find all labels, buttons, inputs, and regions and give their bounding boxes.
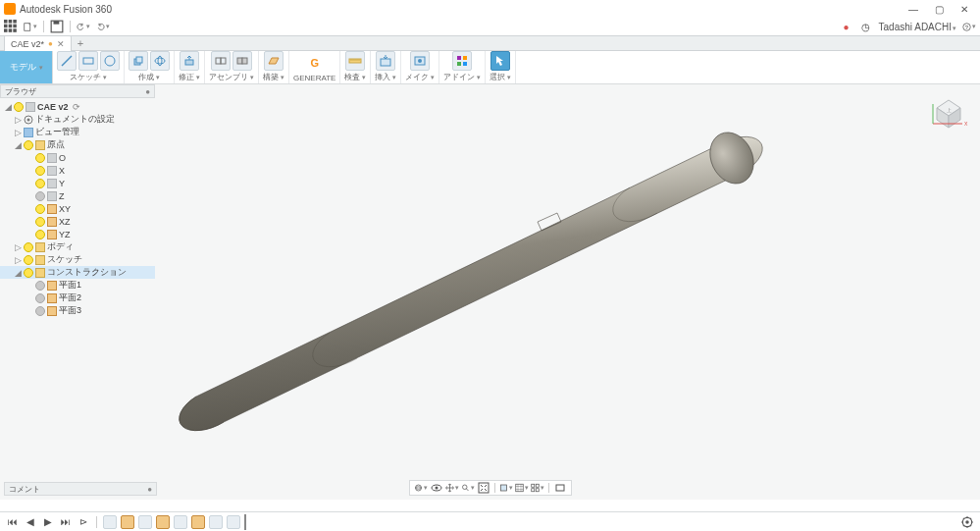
extrude-icon[interactable] (129, 51, 148, 71)
user-name[interactable]: Tadashi ADACHI (879, 22, 956, 32)
tree-origin-x[interactable]: X (0, 164, 155, 177)
panel-label[interactable]: 構築 (263, 72, 284, 82)
file-tab-close[interactable]: ✕ (57, 39, 65, 49)
zoom-button[interactable] (461, 481, 475, 495)
tree-root[interactable]: ◢CAE v2⟳ (0, 100, 155, 113)
joint-icon[interactable] (211, 51, 231, 71)
file-tab-active[interactable]: CAE v2* ● ✕ (4, 35, 72, 51)
display-button[interactable] (499, 481, 513, 495)
look-button[interactable] (430, 481, 443, 495)
panel-create: 作成 (125, 51, 175, 83)
tree-plane2[interactable]: 平面2 (0, 292, 155, 304)
panel-select: 選択 (486, 51, 516, 83)
panel-label[interactable]: アセンブリ (209, 72, 254, 82)
svg-rect-30 (463, 56, 467, 60)
plane-icon[interactable] (264, 51, 284, 71)
asbuilt-icon[interactable] (232, 51, 252, 71)
panel-insert: 挿入 (371, 51, 401, 83)
tree-plane3[interactable]: 平面3 (0, 304, 155, 317)
redo-button[interactable] (96, 20, 110, 33)
svg-rect-14 (83, 58, 93, 64)
panel-label[interactable]: 検査 (344, 72, 366, 82)
svg-point-15 (105, 56, 115, 66)
svg-text:上: 上 (947, 107, 952, 113)
tl-start-button[interactable]: ⏮ (6, 515, 20, 529)
make-icon[interactable] (410, 51, 430, 71)
help-button[interactable]: ? (962, 20, 976, 33)
insert-icon[interactable] (376, 51, 395, 71)
maximize-button[interactable]: ▢ (933, 3, 945, 15)
tree-origin-y[interactable]: Y (0, 177, 155, 189)
close-button[interactable]: ✕ (958, 3, 970, 15)
panel-label[interactable]: 修正 (179, 72, 200, 82)
tl-feature[interactable] (156, 515, 170, 529)
record-icon[interactable]: ● (840, 20, 853, 33)
undo-button[interactable] (77, 20, 90, 33)
panel-label[interactable]: メイク (405, 72, 435, 82)
panel-make: メイク (401, 51, 439, 83)
app-menu-button[interactable] (4, 20, 18, 33)
panel-label[interactable]: 作成 (138, 72, 160, 82)
panel-label[interactable]: 挿入 (375, 72, 396, 82)
revolve-icon[interactable] (150, 51, 170, 71)
tree-construction[interactable]: ◢コンストラクション (0, 266, 155, 279)
tl-end-button[interactable]: ⏭ (59, 515, 73, 529)
tl-playhead[interactable] (244, 514, 246, 530)
save-button[interactable] (50, 20, 64, 33)
tl-feature[interactable] (121, 515, 134, 529)
panel-label[interactable]: スケッチ (70, 72, 107, 82)
workspace-switcher[interactable]: モデル (0, 51, 53, 83)
tl-feature[interactable] (191, 515, 205, 529)
job-status-icon[interactable]: ◷ (859, 20, 873, 33)
tl-settings-button[interactable] (960, 515, 974, 529)
select-icon[interactable] (490, 51, 510, 71)
sketch-line-icon[interactable] (57, 51, 77, 71)
tree-origin-o[interactable]: O (0, 151, 155, 164)
app-icon (4, 3, 16, 15)
presspull-icon[interactable] (180, 51, 199, 71)
tl-fwd-button[interactable]: ▶ (41, 515, 55, 529)
browser-header[interactable]: ブラウザ ● (0, 84, 155, 98)
tree-origin-xy[interactable]: XY (0, 202, 155, 215)
tree-bodies[interactable]: ▷ボディ (0, 240, 155, 253)
comment-bar[interactable]: コメント ● (4, 482, 157, 496)
fit-button[interactable] (477, 481, 490, 495)
panel-label[interactable]: GENERATE (293, 74, 335, 82)
tl-feature[interactable] (227, 515, 240, 529)
tl-play-button[interactable]: ⊳ (77, 515, 90, 529)
viewport-button[interactable] (531, 481, 544, 495)
tree-origin[interactable]: ◢原点 (0, 138, 155, 151)
tree-doc-settings[interactable]: ▷ドキュメントの設定 (0, 113, 155, 126)
tl-back-button[interactable]: ◀ (24, 515, 37, 529)
sketch-circle-icon[interactable] (100, 51, 120, 71)
svg-text:X: X (964, 121, 968, 127)
tree-origin-yz[interactable]: YZ (0, 228, 155, 240)
tree-views[interactable]: ▷ビュー管理 (0, 126, 155, 138)
panel-label[interactable]: アドイン (443, 72, 481, 82)
new-tab-button[interactable]: + (74, 36, 87, 50)
grid-button[interactable] (515, 481, 529, 495)
generate-icon[interactable]: G (305, 53, 325, 73)
fullscreen-button[interactable] (553, 481, 567, 495)
tree-plane1[interactable]: 平面1 (0, 279, 155, 292)
pin-icon[interactable]: ● (147, 485, 152, 494)
panel-label[interactable]: 選択 (490, 72, 511, 82)
sketch-rect-icon[interactable] (78, 51, 98, 71)
minimize-button[interactable]: — (907, 3, 919, 15)
tl-feature[interactable] (209, 515, 223, 529)
tree-origin-z[interactable]: Z (0, 189, 155, 202)
view-cube[interactable]: 上 X (927, 90, 970, 133)
tree-origin-xz[interactable]: XZ (0, 215, 155, 228)
tl-feature[interactable] (103, 515, 117, 529)
tl-feature[interactable] (174, 515, 187, 529)
file-menu-button[interactable] (24, 20, 37, 33)
measure-icon[interactable] (345, 51, 365, 71)
tl-feature[interactable] (138, 515, 152, 529)
svg-rect-32 (463, 62, 467, 66)
addins-icon[interactable] (452, 51, 472, 71)
orbit-button[interactable] (414, 481, 428, 495)
pin-icon[interactable]: ● (145, 87, 150, 96)
pan-button[interactable] (445, 481, 459, 495)
svg-rect-2 (13, 20, 16, 24)
tree-sketches[interactable]: ▷スケッチ (0, 253, 155, 266)
